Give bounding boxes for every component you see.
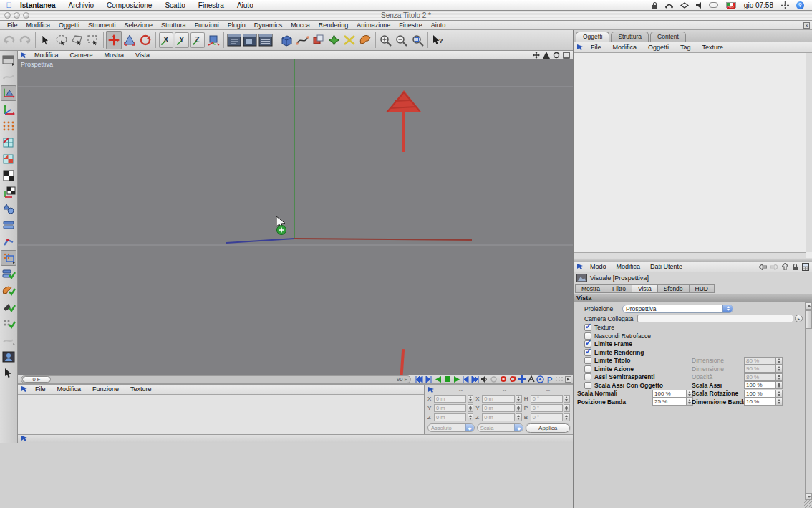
mat-menu-texture[interactable]: Texture xyxy=(125,385,158,393)
section-header-vista[interactable]: Vista xyxy=(574,294,812,302)
zoom-in-icon[interactable] xyxy=(378,31,394,49)
add-primitive-icon[interactable] xyxy=(279,31,294,49)
mac-menu-scatto[interactable]: Scatto xyxy=(158,1,191,9)
am-menu-modifica[interactable]: Modifica xyxy=(612,263,646,270)
make-editable-icon[interactable] xyxy=(1,52,16,68)
stepper[interactable] xyxy=(468,395,473,403)
stepper[interactable] xyxy=(468,413,473,421)
loop-disabled-icon[interactable] xyxy=(490,375,498,383)
vp-menu-camere[interactable]: Camere xyxy=(64,52,99,59)
menu-strumenti[interactable]: Strumenti xyxy=(84,21,120,29)
zoom-region-icon[interactable] xyxy=(410,31,425,49)
window-resize-grip[interactable] xyxy=(804,500,812,508)
pos-z-field[interactable]: 0 m xyxy=(434,413,466,421)
disabled-toggle-icon[interactable] xyxy=(1,332,16,348)
mac-menu-archivio[interactable]: Archivio xyxy=(62,1,100,9)
kinematics-mode-icon[interactable] xyxy=(1,234,16,249)
mat-menu-funzione[interactable]: Funzione xyxy=(87,385,125,393)
menu-mocca[interactable]: Mocca xyxy=(286,21,314,29)
attr-tab-vista[interactable]: Vista xyxy=(632,284,658,293)
selection-filter-icon[interactable] xyxy=(1,250,16,266)
rot-h-field[interactable]: 0 ° xyxy=(531,395,563,403)
menu-dynamics[interactable]: Dynamics xyxy=(250,21,287,29)
rot-b-field[interactable]: 0 ° xyxy=(531,413,563,421)
pos-x-field[interactable]: 0 m xyxy=(434,395,466,403)
spotlight-icon[interactable]: ⚲ xyxy=(796,1,804,9)
record-rotation-icon[interactable] xyxy=(508,375,516,383)
texture-axis-mode-icon[interactable] xyxy=(1,184,16,200)
phone-icon[interactable] xyxy=(665,1,673,9)
stop-icon[interactable] xyxy=(443,375,451,383)
timeline-panel-toggle-icon[interactable] xyxy=(564,375,572,383)
stepper[interactable] xyxy=(775,358,782,364)
redo-icon[interactable] xyxy=(17,31,33,49)
add-spline-icon[interactable] xyxy=(294,31,310,49)
apple-menu-icon[interactable]:  xyxy=(4,1,14,9)
object-axis-mode-icon[interactable] xyxy=(1,102,16,118)
tab-oggetti[interactable]: Oggetti xyxy=(576,32,609,42)
panel-handle-icon[interactable] xyxy=(576,44,585,51)
assi-semitrasparenti-checkbox[interactable] xyxy=(584,373,591,380)
tab-content[interactable]: Content xyxy=(650,32,686,42)
stepper[interactable] xyxy=(775,382,782,388)
texture-checkbox[interactable] xyxy=(584,324,591,331)
history-forward-icon[interactable] xyxy=(770,264,778,270)
render-settings-icon[interactable] xyxy=(258,31,274,49)
om-menu-texture[interactable]: Texture xyxy=(697,44,730,51)
disabled-mode-icon[interactable] xyxy=(1,69,16,85)
display-icon[interactable] xyxy=(680,2,689,9)
lock-icon[interactable] xyxy=(652,1,658,9)
scala-normali-field[interactable]: 100 % xyxy=(652,390,693,398)
limite-azione-checkbox[interactable] xyxy=(584,365,591,373)
vp-menu-modifica[interactable]: Modifica xyxy=(29,52,64,59)
attr-tab-hud[interactable]: HUD xyxy=(690,284,715,293)
stepper[interactable] xyxy=(468,404,473,412)
universal-access-icon[interactable] xyxy=(781,1,789,9)
pointer-mode-icon[interactable] xyxy=(1,365,16,381)
sound-icon[interactable] xyxy=(480,375,488,383)
model-mode-icon[interactable] xyxy=(1,85,16,101)
apply-button[interactable]: Applica xyxy=(526,423,570,433)
stepper[interactable] xyxy=(516,413,522,421)
input-language-flag-icon[interactable]: PRO xyxy=(726,1,736,9)
uv-tool-icon[interactable] xyxy=(1,217,16,233)
panel-handle-icon[interactable] xyxy=(21,385,29,393)
panel-handle-icon[interactable] xyxy=(576,263,585,270)
coordinate-system-icon[interactable] xyxy=(206,31,221,49)
scale-tool-icon[interactable] xyxy=(122,31,137,49)
texture-mode-icon[interactable] xyxy=(1,168,16,183)
vp-menu-vista[interactable]: Vista xyxy=(130,52,155,59)
menu-struttura[interactable]: Struttura xyxy=(157,21,190,29)
camera-collegata-field[interactable] xyxy=(637,315,793,322)
stepper[interactable] xyxy=(564,404,570,412)
scala-assi-con-oggetto-checkbox[interactable] xyxy=(584,382,591,389)
pan-view-icon[interactable] xyxy=(533,52,540,59)
stepper[interactable] xyxy=(775,390,782,397)
scala-assi-field[interactable]: 100 % xyxy=(744,381,783,389)
add-modifier-icon[interactable] xyxy=(326,31,342,49)
limite-rendering-checkbox[interactable] xyxy=(584,349,591,356)
polygon-selection-icon[interactable] xyxy=(69,31,85,49)
attribute-vscrollbar[interactable] xyxy=(805,302,812,508)
am-menu-dati-utente[interactable]: Dati Utente xyxy=(645,263,687,270)
configure-icon[interactable] xyxy=(802,263,809,271)
scroll-thumb[interactable] xyxy=(806,310,812,329)
menu-aiuto[interactable]: Aiuto xyxy=(427,21,450,29)
menu-funzioni[interactable]: Funzioni xyxy=(190,21,223,29)
toggle-deformers-icon[interactable] xyxy=(1,283,16,299)
om-menu-modifica[interactable]: Modifica xyxy=(607,44,643,51)
attr-tab-sfondo[interactable]: Sfondo xyxy=(658,284,690,293)
polygons-mode-icon[interactable] xyxy=(1,151,16,167)
mac-app-menu[interactable]: Istantanea xyxy=(14,1,62,9)
limite-titolo-dimensione-field[interactable]: 80 % xyxy=(744,357,783,365)
viewport-label[interactable]: Prospettiva xyxy=(21,61,53,68)
y-axis-lock-icon[interactable]: Y xyxy=(175,32,189,48)
play-icon[interactable] xyxy=(453,375,460,383)
rectangle-selection-icon[interactable] xyxy=(85,31,101,49)
animation-mode-icon[interactable] xyxy=(1,201,16,216)
mac-menu-finestra[interactable]: Finestra xyxy=(192,1,231,9)
render-view-icon[interactable] xyxy=(226,31,242,49)
battery-icon[interactable] xyxy=(709,2,719,8)
context-help-icon[interactable]: ? xyxy=(430,31,446,49)
dimensione-banda-field[interactable]: 10 % xyxy=(744,398,783,406)
